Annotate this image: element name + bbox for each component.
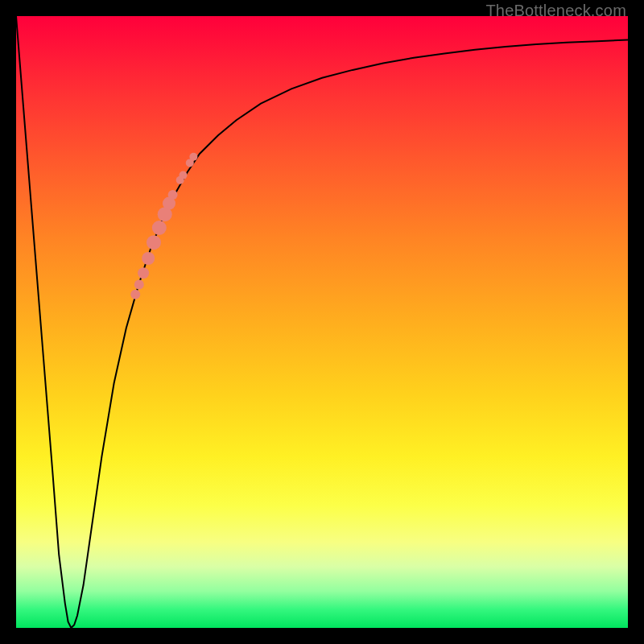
chart-frame: TheBottleneck.com [0, 0, 644, 644]
highlight-marker [180, 171, 188, 180]
watermark-label: TheBottleneck.com [485, 2, 626, 20]
highlight-marker [138, 267, 149, 279]
highlight-marker [152, 221, 167, 235]
highlight-marker [168, 190, 178, 200]
highlight-marker [147, 235, 161, 250]
highlight-marker [134, 280, 144, 290]
highlight-marker [189, 153, 197, 161]
plot-area [16, 16, 628, 628]
highlight-markers [130, 153, 197, 299]
highlight-marker [142, 252, 155, 265]
marker-layer [16, 16, 628, 628]
highlight-marker [130, 290, 140, 299]
